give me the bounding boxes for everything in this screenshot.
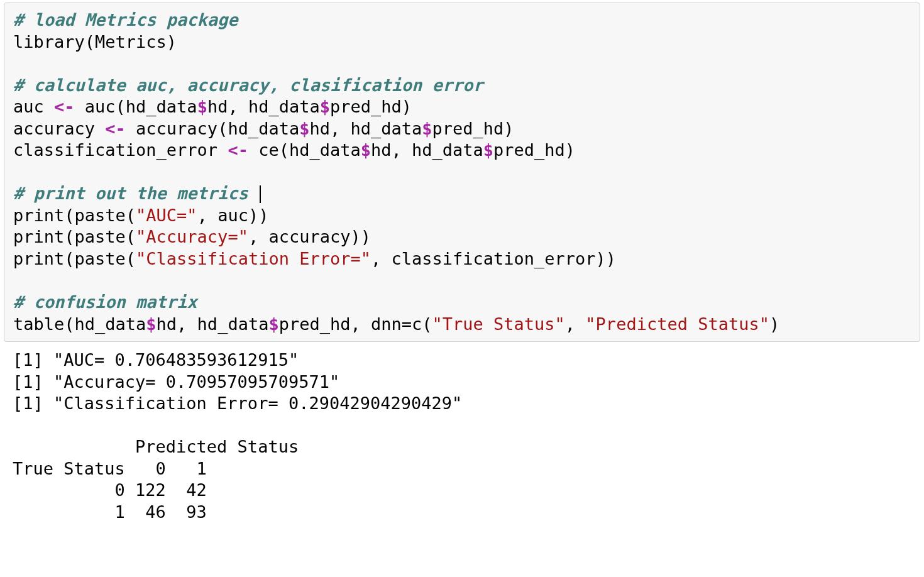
code-token: , classification_error)) — [371, 249, 616, 268]
code-token: auc — [13, 97, 54, 116]
code-token: , — [565, 314, 586, 334]
dollar-op: $ — [268, 314, 278, 334]
code-line: library(Metrics) — [13, 32, 177, 52]
confusion-matrix-row: 0 122 42 — [13, 480, 207, 500]
string-literal: "True Status" — [432, 314, 565, 334]
dollar-op: $ — [422, 119, 432, 138]
string-literal: "AUC=" — [136, 206, 197, 225]
dollar-op: $ — [197, 97, 207, 116]
code-token: pred_hd, dnn=c( — [279, 314, 432, 334]
code-token: print(paste( — [13, 206, 136, 225]
comment: # load Metrics package — [13, 10, 238, 30]
dollar-op: $ — [299, 119, 309, 138]
confusion-matrix-row: 1 46 93 — [13, 502, 207, 522]
dollar-op: $ — [361, 140, 371, 160]
dollar-op: $ — [483, 140, 493, 160]
code-token: classification_error — [13, 140, 228, 160]
output-block: [1] "AUC= 0.706483593612915" [1] "Accura… — [13, 349, 911, 523]
confusion-matrix-header: Predicted Status — [13, 437, 299, 456]
code-token: auc(hd_data — [75, 97, 197, 116]
notebook-cell-group: # load Metrics package library(Metrics) … — [0, 3, 924, 530]
code-token: pred_hd) — [493, 140, 575, 160]
code-token: accuracy — [13, 119, 105, 138]
code-token: print(paste( — [13, 249, 136, 268]
code-token: ) — [769, 314, 779, 334]
dollar-op: $ — [146, 314, 156, 334]
assign-op: <- — [228, 140, 248, 160]
code-token: ce(hd_data — [248, 140, 361, 160]
dollar-op: $ — [320, 97, 330, 116]
string-literal: "Predicted Status" — [585, 314, 769, 334]
code-token: , accuracy)) — [248, 227, 371, 246]
code-token: , auc)) — [197, 206, 269, 225]
string-literal: "Accuracy=" — [136, 227, 248, 246]
confusion-matrix-cols: True Status 0 1 — [13, 459, 207, 478]
text-cursor — [260, 185, 261, 203]
code-token: pred_hd) — [330, 97, 412, 116]
code-input-cell[interactable]: # load Metrics package library(Metrics) … — [4, 3, 920, 342]
output-line: [1] "AUC= 0.706483593612915" — [13, 350, 299, 370]
output-line: [1] "Accuracy= 0.70957095709571" — [13, 372, 339, 392]
comment: # calculate auc, accuracy, clasification… — [13, 75, 483, 95]
code-token: hd, hd_data — [207, 97, 320, 116]
code-token: table(hd_data — [13, 314, 146, 334]
assign-op: <- — [54, 97, 75, 116]
code-token: print(paste( — [13, 227, 136, 246]
code-token: hd, hd_data — [371, 140, 483, 160]
comment: # confusion matrix — [13, 292, 197, 312]
assign-op: <- — [105, 119, 126, 138]
code-token: accuracy(hd_data — [126, 119, 299, 138]
comment: # print out the metrics — [13, 184, 258, 203]
code-token: hd, hd_data — [157, 314, 269, 334]
code-token: hd, hd_data — [309, 119, 422, 138]
output-line: [1] "Classification Error= 0.29042904290… — [13, 393, 462, 413]
code-token: pred_hd) — [432, 119, 514, 138]
code-block[interactable]: # load Metrics package library(Metrics) … — [13, 9, 911, 335]
string-literal: "Classification Error=" — [136, 249, 371, 268]
code-output-cell: [1] "AUC= 0.706483593612915" [1] "Accura… — [4, 347, 920, 529]
